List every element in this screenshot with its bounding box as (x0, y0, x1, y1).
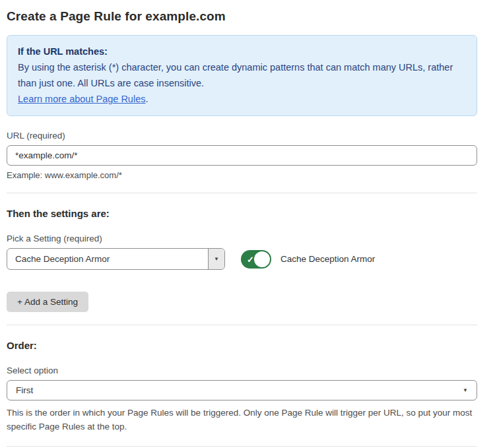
cache-deception-armor-toggle[interactable]: ✓ (241, 250, 271, 269)
info-box-body: By using the asterisk (*) character, you… (18, 59, 466, 91)
setting-select-caret-button[interactable]: ▼ (208, 249, 224, 269)
add-setting-button[interactable]: + Add a Setting (7, 292, 88, 312)
chevron-down-icon: ▼ (463, 388, 468, 393)
divider (7, 446, 477, 447)
page-title: Create a Page Rule for example.com (7, 9, 477, 24)
toggle-knob (254, 251, 270, 267)
create-page-rule-form: Create a Page Rule for example.com If th… (0, 0, 495, 448)
chevron-down-icon: ▼ (214, 257, 219, 262)
check-icon: ✓ (247, 254, 254, 264)
toggle-label: Cache Deception Armor (280, 254, 375, 264)
url-field-label: URL (required) (7, 131, 477, 141)
setting-row: Cache Deception Armor ▼ ✓ Cache Deceptio… (7, 248, 477, 270)
link-period: . (145, 94, 148, 104)
order-select-label: Select option (7, 366, 477, 375)
info-box-link-line: Learn more about Page Rules. (18, 91, 466, 107)
url-match-info-box: If the URL matches: By using the asteris… (7, 35, 477, 116)
setting-select-value: Cache Deception Armor (7, 249, 208, 269)
settings-section-heading: Then the settings are: (7, 208, 477, 219)
learn-more-link[interactable]: Learn more about Page Rules (18, 94, 145, 104)
order-select-dropdown[interactable]: First ▼ (7, 380, 477, 400)
divider (7, 325, 477, 325)
url-input[interactable] (7, 145, 477, 166)
order-section-heading: Order: (7, 340, 477, 351)
setting-picker-label: Pick a Setting (required) (7, 234, 477, 243)
setting-select-dropdown[interactable]: Cache Deception Armor ▼ (7, 248, 225, 270)
order-select-value: First (16, 385, 33, 395)
info-box-heading: If the URL matches: (18, 44, 466, 59)
divider (7, 193, 477, 193)
order-helper-text: This is the order in which your Page Rul… (7, 406, 477, 433)
url-example-helper: Example: www.example.com/* (7, 170, 477, 180)
